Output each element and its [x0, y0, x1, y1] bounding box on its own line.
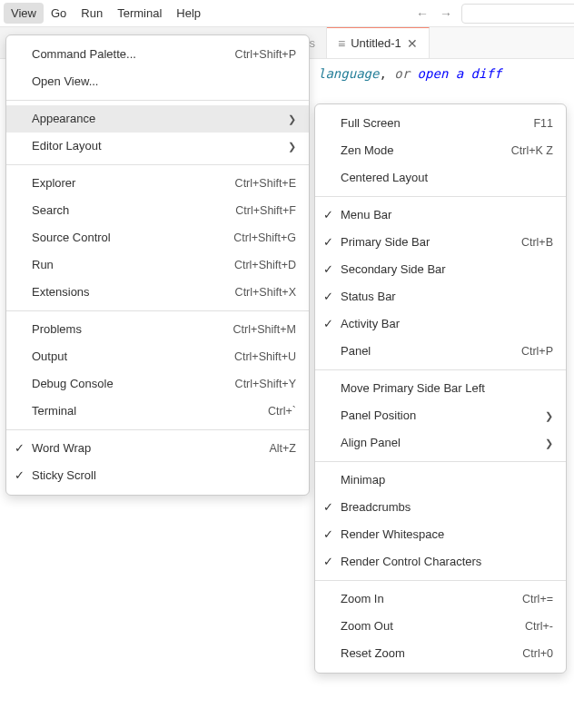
view-menu-item[interactable]: ProblemsCtrl+Shift+M [6, 316, 309, 343]
appearance-menu-item[interactable]: Full ScreenF11 [315, 110, 566, 137]
chevron-right-icon: ❯ [282, 110, 296, 128]
menu-item-shortcut: Ctrl+Shift+U [234, 348, 296, 366]
appearance-menu-item[interactable]: Reset ZoomCtrl+0 [315, 640, 566, 667]
menu-item-label: Panel Position [341, 407, 539, 425]
view-menu-item[interactable]: ExtensionsCtrl+Shift+X [6, 279, 309, 306]
appearance-menu-item[interactable]: Centered Layout [315, 164, 566, 192]
token-or: or [394, 66, 410, 81]
nav-forward-icon[interactable]: → [440, 6, 452, 21]
token-comma: , [379, 66, 386, 81]
view-menu-item[interactable]: Source ControlCtrl+Shift+G [6, 224, 309, 251]
menu-item-shortcut: Ctrl+B [521, 233, 553, 251]
menu-item-shortcut: Ctrl+- [525, 617, 553, 635]
check-icon: ✓ [323, 498, 333, 516]
view-menu-item[interactable]: ✓Sticky Scroll [6, 462, 309, 489]
menu-item-label: Extensions [32, 283, 235, 301]
view-menu-item[interactable]: TerminalCtrl+` [6, 398, 309, 425]
check-icon: ✓ [323, 206, 333, 224]
menu-item-label: Word Wrap [32, 439, 269, 457]
menu-item-label: Status Bar [341, 288, 553, 306]
appearance-menu-item[interactable]: ✓Status Bar [315, 283, 566, 310]
appearance-menu-item[interactable]: ✓Breadcrumbs [315, 494, 566, 521]
menu-item-label: Debug Console [32, 375, 235, 393]
view-menu-item[interactable]: ExplorerCtrl+Shift+E [6, 170, 309, 197]
menu-item-label: Source Control [32, 229, 233, 247]
view-menu-item[interactable]: OutputCtrl+Shift+U [6, 343, 309, 370]
check-icon: ✓ [15, 439, 25, 457]
menu-item-label: Sticky Scroll [32, 467, 296, 485]
appearance-menu-item[interactable]: ✓Render Whitespace [315, 521, 566, 548]
appearance-menu-item[interactable]: ✓Activity Bar [315, 310, 566, 338]
menu-item-label: Zen Mode [341, 142, 511, 160]
menu-item-label: Reset Zoom [341, 644, 522, 663]
view-menu: Command Palette...Ctrl+Shift+POpen View.… [5, 34, 310, 496]
separator [6, 164, 309, 165]
appearance-menu-item[interactable]: Zoom InCtrl+= [315, 585, 566, 613]
view-menu-item[interactable]: Open View... [6, 68, 309, 95]
separator [315, 196, 566, 197]
appearance-menu-item[interactable]: Zoom OutCtrl+- [315, 613, 566, 640]
view-menu-item[interactable]: SearchCtrl+Shift+F [6, 197, 309, 224]
menubar-item-run[interactable]: Run [74, 3, 110, 24]
menu-item-label: Primary Side Bar [341, 233, 521, 251]
menu-item-label: Run [32, 256, 234, 274]
separator [6, 310, 309, 311]
appearance-menu-item[interactable]: Zen ModeCtrl+K Z [315, 137, 566, 164]
menu-item-label: Search [32, 202, 235, 220]
menu-item-shortcut: F11 [533, 114, 553, 133]
appearance-menu-item[interactable]: ✓Secondary Side Bar [315, 256, 566, 283]
search-input[interactable] [461, 4, 574, 24]
nav-back-icon[interactable]: ← [416, 6, 429, 21]
separator [315, 461, 566, 462]
check-icon: ✓ [323, 233, 333, 251]
menu-item-label: Move Primary Side Bar Left [341, 379, 553, 398]
check-icon: ✓ [323, 261, 333, 279]
menu-item-label: Render Whitespace [341, 526, 553, 544]
appearance-menu-item[interactable]: Move Primary Side Bar Left [315, 375, 566, 402]
menu-item-label: Zoom In [341, 590, 522, 608]
menu-item-label: Secondary Side Bar [341, 261, 553, 279]
appearance-menu-item[interactable]: ✓Primary Side BarCtrl+B [315, 229, 566, 256]
appearance-menu-item[interactable]: PanelCtrl+P [315, 338, 566, 365]
view-menu-item[interactable]: ✓Word WrapAlt+Z [6, 435, 309, 462]
menu-item-shortcut: Ctrl+` [268, 402, 296, 420]
view-menu-item[interactable]: Editor Layout❯ [6, 133, 309, 160]
menu-item-label: Editor Layout [32, 137, 282, 155]
menubar-item-go[interactable]: Go [44, 3, 74, 24]
menu-item-shortcut: Ctrl+Shift+Y [235, 375, 296, 393]
tab-active[interactable]: ≡ Untitled-1 ✕ [327, 27, 430, 58]
close-icon[interactable]: ✕ [407, 36, 418, 51]
menu-item-label: Render Control Characters [341, 553, 553, 571]
appearance-menu-item[interactable]: ✓Render Control Characters [315, 548, 566, 576]
check-icon: ✓ [323, 315, 333, 333]
view-menu-item[interactable]: Command Palette...Ctrl+Shift+P [6, 41, 309, 68]
menu-item-label: Centered Layout [341, 169, 553, 187]
menubar-item-view[interactable]: View [4, 3, 44, 24]
chevron-right-icon: ❯ [539, 407, 553, 425]
view-menu-item[interactable]: RunCtrl+Shift+D [6, 251, 309, 279]
token-open: open a diff [418, 66, 502, 81]
menu-item-shortcut: Ctrl+P [521, 342, 553, 360]
check-icon: ✓ [323, 553, 333, 571]
view-menu-item[interactable]: Appearance❯ [6, 105, 309, 133]
menu-item-label: Align Panel [341, 434, 539, 452]
check-icon: ✓ [323, 288, 333, 306]
menu-item-shortcut: Ctrl+0 [522, 644, 553, 663]
check-icon: ✓ [15, 467, 25, 485]
appearance-menu-item[interactable]: Panel Position❯ [315, 402, 566, 429]
menubar-item-terminal[interactable]: Terminal [110, 3, 169, 24]
appearance-menu-item[interactable]: ✓Menu Bar [315, 202, 566, 229]
chevron-right-icon: ❯ [282, 137, 296, 155]
appearance-menu-item[interactable]: Align Panel❯ [315, 429, 566, 457]
menu-item-label: Problems [32, 320, 233, 339]
appearance-menu: Full ScreenF11Zen ModeCtrl+K ZCentered L… [314, 103, 567, 674]
menubar-item-help[interactable]: Help [169, 3, 208, 24]
menu-item-label: Explorer [32, 174, 235, 192]
menu-item-label: Menu Bar [341, 206, 553, 224]
appearance-menu-item[interactable]: Minimap [315, 467, 566, 494]
menu-item-label: Breadcrumbs [341, 498, 553, 516]
view-menu-item[interactable]: Debug ConsoleCtrl+Shift+Y [6, 370, 309, 398]
menu-item-shortcut: Ctrl+Shift+P [235, 45, 296, 64]
menu-item-label: Zoom Out [341, 617, 525, 635]
separator [6, 100, 309, 101]
